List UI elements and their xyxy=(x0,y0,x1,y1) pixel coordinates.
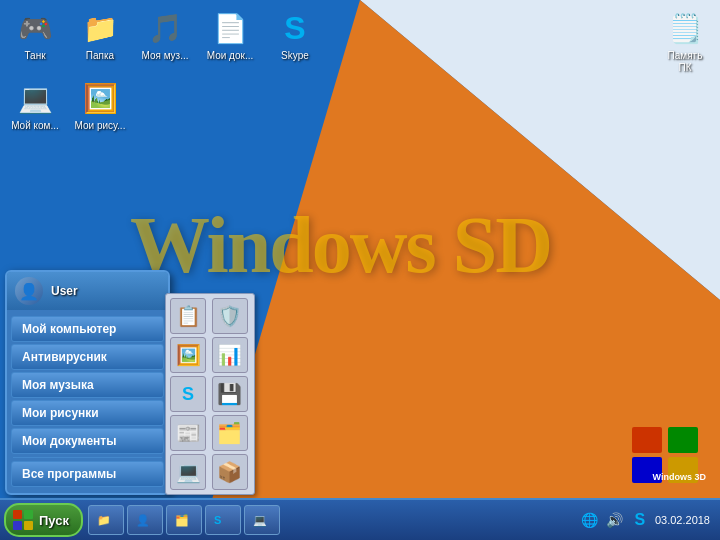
memory-label: ПамятьПК xyxy=(668,50,703,74)
svg-rect-9 xyxy=(13,521,22,530)
start-button[interactable]: Пуск xyxy=(4,503,83,537)
taskbar-docs-icon: 🗂️ xyxy=(175,514,189,527)
tank-label: Танк xyxy=(24,50,45,62)
skype-desktop-icon[interactable]: S Skype xyxy=(265,5,325,65)
antivirus-menu-item[interactable]: Антивирусник xyxy=(11,344,164,370)
quick-icon-6[interactable]: 💾 xyxy=(212,376,248,412)
my-computer-label: Мой ком... xyxy=(11,120,59,132)
svg-rect-7 xyxy=(13,510,22,519)
taskbar-docs-item[interactable]: 🗂️ xyxy=(166,505,202,535)
taskbar-items: 📁 👤 🗂️ S 💻 xyxy=(88,505,574,535)
desktop-icons-right: 🗒️ ПамятьПК xyxy=(655,5,715,77)
quick-panel: 📋 🛡️ 🖼️ 📊 S 💾 📰 🗂️ 💻 📦 xyxy=(165,293,255,495)
svg-rect-3 xyxy=(632,427,662,453)
quick-icon-4[interactable]: 📊 xyxy=(212,337,248,373)
folder-label: Папка xyxy=(86,50,114,62)
my-pictures-icon: 🖼️ xyxy=(80,78,120,118)
quick-icon-3[interactable]: 🖼️ xyxy=(170,337,206,373)
memory-icon: 🗒️ xyxy=(665,8,705,48)
my-docs-icon: 📄 xyxy=(210,8,250,48)
memory-desktop-icon[interactable]: 🗒️ ПамятьПК xyxy=(655,5,715,77)
my-computer-icon: 💻 xyxy=(15,78,55,118)
taskbar-pc-item[interactable]: 💻 xyxy=(244,505,280,535)
taskbar-skype-item[interactable]: S xyxy=(205,505,241,535)
my-computer-menu-item[interactable]: Мой компьютер xyxy=(11,316,164,342)
svg-rect-4 xyxy=(668,427,698,453)
taskbar-folder-item[interactable]: 📁 xyxy=(88,505,124,535)
taskbar-user-icon: 👤 xyxy=(136,514,150,527)
taskbar-folder-icon: 📁 xyxy=(97,514,111,527)
tray-network-icon[interactable]: 🌐 xyxy=(580,510,600,530)
taskbar: Пуск 📁 👤 🗂️ S 💻 🌐 🔊 S 03.02.2018 xyxy=(0,498,720,540)
svg-rect-10 xyxy=(24,521,33,530)
start-menu-avatar: 👤 xyxy=(15,277,43,305)
my-music-label: Моя муз... xyxy=(141,50,188,62)
quick-icon-7[interactable]: 📰 xyxy=(170,415,206,451)
my-music-icon: 🎵 xyxy=(145,8,185,48)
quick-icon-2[interactable]: 🛡️ xyxy=(212,298,248,334)
start-flag-icon xyxy=(12,509,34,531)
start-menu: 👤 User Мой компьютер Антивирусник Моя му… xyxy=(5,270,170,495)
all-programs-menu-item[interactable]: Все программы xyxy=(11,461,164,487)
my-pictures-menu-item[interactable]: Мои рисунки xyxy=(11,400,164,426)
my-pictures-label: Мои рису... xyxy=(75,120,126,132)
folder-desktop-icon[interactable]: 📁 Папка xyxy=(70,5,130,65)
start-label: Пуск xyxy=(39,513,69,528)
quick-icon-10[interactable]: 📦 xyxy=(212,454,248,490)
svg-rect-8 xyxy=(24,510,33,519)
taskbar-clock: 03.02.2018 xyxy=(655,513,710,527)
taskbar-skype-icon: S xyxy=(214,514,221,526)
start-menu-username: User xyxy=(51,284,78,298)
my-documents-menu-item[interactable]: Мои документы xyxy=(11,428,164,454)
start-menu-header: 👤 User xyxy=(7,272,168,310)
clock-date: 03.02.2018 xyxy=(655,513,710,527)
taskbar-tray: 🌐 🔊 S 03.02.2018 xyxy=(574,510,716,530)
windows-logo-label: Windows 3D xyxy=(653,472,706,482)
folder-icon: 📁 xyxy=(80,8,120,48)
my-docs-desktop-icon[interactable]: 📄 Мои док... xyxy=(200,5,260,65)
my-pictures-desktop-icon[interactable]: 🖼️ Мои рису... xyxy=(70,75,130,135)
my-docs-label: Мои док... xyxy=(207,50,253,62)
my-computer-desktop-icon[interactable]: 💻 Мой ком... xyxy=(5,75,65,135)
tank-icon: 🎮 xyxy=(15,8,55,48)
desktop-icons-row2: 💻 Мой ком... 🖼️ Мои рису... xyxy=(5,75,130,135)
desktop-icons-row1: 🎮 Танк 📁 Папка 🎵 Моя муз... 📄 Мои док...… xyxy=(5,5,325,65)
start-menu-divider xyxy=(13,457,162,458)
tray-volume-icon[interactable]: 🔊 xyxy=(605,510,625,530)
taskbar-user-item[interactable]: 👤 xyxy=(127,505,163,535)
skype-icon: S xyxy=(275,8,315,48)
quick-icon-1[interactable]: 📋 xyxy=(170,298,206,334)
my-music-desktop-icon[interactable]: 🎵 Моя муз... xyxy=(135,5,195,65)
my-music-menu-item[interactable]: Моя музыка xyxy=(11,372,164,398)
taskbar-pc-icon: 💻 xyxy=(253,514,267,527)
quick-icon-8[interactable]: 🗂️ xyxy=(212,415,248,451)
skype-label: Skype xyxy=(281,50,309,62)
quick-icon-5[interactable]: S xyxy=(170,376,206,412)
tank-desktop-icon[interactable]: 🎮 Танк xyxy=(5,5,65,65)
tray-skype-icon[interactable]: S xyxy=(630,510,650,530)
quick-icon-9[interactable]: 💻 xyxy=(170,454,206,490)
